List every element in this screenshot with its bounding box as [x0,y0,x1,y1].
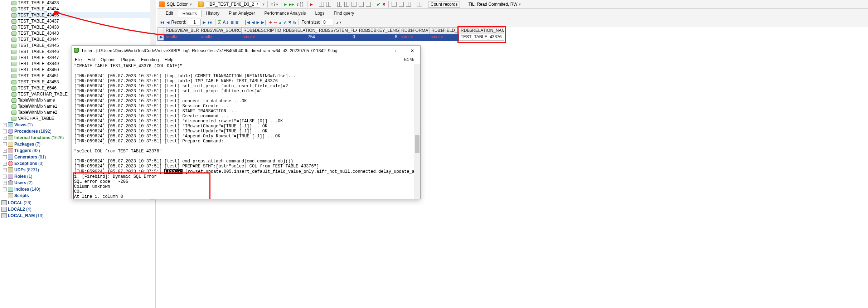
grid-cell[interactable]: <null> [242,34,281,41]
tab-results[interactable]: Results [178,10,202,17]
table-row[interactable]: TEST_TABLE_43435 [11,12,155,18]
lister-titlebar[interactable]: Lister - [d:\Users\Dima\Work\TestCode\Ac… [72,46,420,56]
grid-cell[interactable]: 754 [281,34,317,41]
expand-icon[interactable]: + [3,123,7,127]
expand-icon[interactable]: + [3,168,7,172]
help-icon[interactable]: «?» [271,2,278,7]
edit-row-icon[interactable]: ▴ [279,19,282,25]
count-records-button[interactable]: Count records [428,1,460,8]
commit-icon[interactable]: ✔ [377,1,380,8]
grid-header-cell[interactable]: RDB$DESCRIPTION [242,27,281,34]
go-next-icon[interactable]: ▶ [256,19,259,25]
nav-prev-icon[interactable]: ◀ [166,19,169,25]
menu-file[interactable]: File [75,57,82,62]
run-step-icon[interactable]: ▶▶ [289,2,294,7]
expand-icon[interactable]: + [3,175,7,179]
grid5-icon[interactable] [351,2,357,7]
table-row[interactable]: TEST_TABLE_43434 [11,6,155,12]
font-size-stepper-icon[interactable]: ▴▾ [336,19,342,25]
tab-history[interactable]: History [202,9,224,17]
nav-sort-icon[interactable]: A↕ [223,19,229,25]
export4-icon[interactable] [417,2,422,7]
menu-encoding[interactable]: Encoding [141,57,159,62]
maximize-button[interactable]: □ [389,46,404,56]
til-label[interactable]: TIL: Read Commited, RW ▾ [466,1,523,7]
add-row-icon[interactable]: + [269,19,272,25]
expand-icon[interactable]: + [3,181,7,185]
expand-icon[interactable]: + [3,155,7,159]
lister-body[interactable]: "CREATE TABLE TEST_TABLE_43376 (COL DATE… [72,64,420,199]
result-grid: RDB$VIEW_BLRRDB$VIEW_SOURCERDB$DESCRIPTI… [157,27,868,41]
grid1-icon[interactable] [319,2,324,7]
grid2-icon[interactable] [326,2,331,7]
nav-first-icon[interactable]: ⏮ [160,19,165,25]
nav-misc1-icon[interactable]: ≡ [231,19,233,25]
table-row[interactable]: TEST_TABLE_43438 [11,24,155,30]
close-button[interactable]: ✕ [404,46,420,56]
go-last-icon[interactable]: ▶| [261,19,267,25]
menu-plugins[interactable]: Plugins [121,57,135,62]
grid-header-cell[interactable]: RDB$VIEW_SOURCE [199,27,242,34]
grid-header-cell[interactable]: RDB$FORMAT [399,27,430,34]
grid-cell[interactable]: <null> [399,34,430,41]
font-size-input[interactable]: 8 [322,19,334,25]
menu-help[interactable]: Help [165,57,174,62]
row-cancel-icon[interactable]: ✖ [288,19,291,25]
grid7-icon[interactable] [366,2,371,7]
rollback-icon[interactable]: ✖ [383,1,385,7]
tab-find-query[interactable]: Find query [329,9,359,17]
tab-plan-analyzer[interactable]: Plan Analyzer [224,9,260,17]
grid4-icon[interactable] [344,2,349,7]
grid-data-row[interactable]: ▶ <null><null><null>75408<null><null>TES… [157,34,868,41]
db-alias-row[interactable]: LOCAL_RAM (13) [1,212,155,219]
nav-next-icon[interactable]: ▶ [203,19,205,25]
run-red-icon[interactable]: ▶ [310,2,313,7]
del-row-icon[interactable]: − [274,19,277,25]
table-row[interactable]: TEST_TABLE_43443 [11,30,155,36]
db-alias-row[interactable]: LOCAL (26) [1,200,155,206]
export1-icon[interactable] [392,2,397,7]
tab-edit[interactable]: Edit [161,9,178,17]
grid6-icon[interactable] [359,2,364,7]
export3-icon[interactable] [406,2,411,7]
lister-scrollbar[interactable] [414,64,420,199]
expand-icon[interactable]: + [3,129,7,133]
nav-misc2-icon[interactable]: ≡ [236,19,238,25]
nav-filter-icon[interactable]: Σ [218,19,221,25]
tab-performance-analysis[interactable]: Performance Analysis [260,9,310,17]
go-prev-icon[interactable]: ◀ [252,19,254,25]
expand-icon[interactable]: + [3,142,7,146]
grid-cell[interactable]: <null> [430,34,459,41]
expand-icon[interactable]: + [3,162,7,166]
expand-icon[interactable]: + [3,187,7,191]
tab-logs[interactable]: Logs [311,9,329,17]
grid-header-cell[interactable]: RDB$VIEW_BLR [164,27,199,34]
record-input[interactable]: 1 [188,19,201,25]
run-to-cursor-icon[interactable]: ↧{} [296,2,304,7]
database-dropdown[interactable]: IBP_TEST_FB40_D3_2 [206,1,260,8]
table-row[interactable]: TEST_TABLE_43433 [11,0,155,6]
grid-header-cell[interactable]: RDB$SYSTEM_FLAG [317,27,357,34]
expand-icon[interactable]: + [3,136,7,140]
run-icon[interactable]: ▶ [284,2,287,7]
row-commit-icon[interactable]: ✔ [283,19,286,25]
grid3-icon[interactable] [337,2,342,7]
export2-icon[interactable] [399,2,404,7]
grid-cell[interactable]: 0 [317,34,357,41]
db-alias-row[interactable]: LOCAL2 (4) [1,206,155,212]
grid-cell[interactable]: <null> [199,34,242,41]
nav-last-icon[interactable]: ⏭ [208,19,213,25]
grid-header-cell[interactable]: RDB$FIELD_ID [430,27,459,34]
grid-cell[interactable]: 8 [357,34,399,41]
expand-icon[interactable]: + [3,149,7,153]
minimize-button[interactable]: — [373,46,389,56]
go-first-icon[interactable]: |◀ [244,19,250,25]
grid-cell[interactable]: <null> [164,34,199,41]
grid-header-cell[interactable]: RDB$RELATION_ID [281,27,317,34]
grid-header-cell[interactable]: RDB$DBKEY_LENGTH [357,27,399,34]
menu-edit[interactable]: Edit [87,57,95,62]
table-row[interactable]: TEST_TABLE_43444 [11,36,155,43]
menu-options[interactable]: Options [101,57,115,62]
table-row[interactable]: TEST_TABLE_43437 [11,18,155,24]
refresh-icon[interactable]: ↻ [293,19,296,25]
